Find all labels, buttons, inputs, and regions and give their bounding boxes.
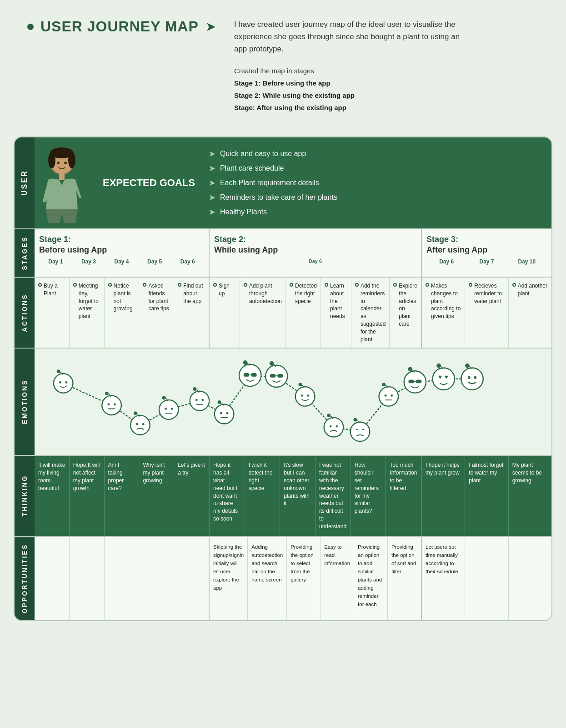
action-cell-s1-4: Asked friends for plant care tips — [139, 278, 174, 348]
stage2-subtitle: While using App — [214, 245, 416, 255]
thinking-cell-s2-4: I was not familiar with the necessary we… — [316, 456, 351, 536]
emotions-content: ♥ ♥ — [35, 349, 551, 455]
opportunities-content: Skipping the signup/signin initially wil… — [35, 537, 551, 620]
stage3-day-headers: Day 6 Day 7 Day 10 — [426, 258, 547, 265]
svg-point-25 — [190, 391, 210, 411]
action-text: Recieves reminder to water plant — [474, 282, 504, 305]
thinking-text: Why isn't my plant growing — [143, 461, 170, 484]
stage3-name: Stage 3: — [426, 235, 547, 244]
action-cell-s2-1: Sign up — [210, 278, 240, 348]
action-dot — [469, 283, 472, 287]
action-cell-s1-5: Find out about the app — [174, 278, 209, 348]
svg-point-50 — [327, 414, 331, 418]
stage1-day1: Day 1 — [39, 258, 72, 265]
svg-rect-63 — [416, 380, 422, 384]
svg-point-71 — [468, 376, 471, 379]
opp-stage3: Let users put time manually according to… — [422, 537, 551, 620]
goal-4: ➤Reminders to take care of her plants — [209, 192, 337, 202]
thinking-text: It's slow but I can scan other unknown p… — [284, 461, 311, 507]
stage3-label: Stage: After using the existing app — [234, 104, 346, 111]
action-item: Find out about the app — [178, 282, 205, 305]
svg-point-30 — [215, 404, 234, 424]
goal-1: ➤Quick and easy to use app — [209, 149, 337, 159]
action-text: Sign up — [219, 282, 236, 298]
opp-text: Skipping the signup/signin initially wil… — [213, 544, 244, 591]
emotions-label: EMOTIONS — [15, 349, 35, 455]
goals-title: EXPECTED GOALS — [103, 177, 195, 189]
thinking-cell-s3-3: My plant seems to be growing — [509, 456, 551, 536]
svg-point-8 — [57, 370, 60, 374]
svg-point-54 — [353, 418, 357, 422]
svg-point-19 — [142, 423, 145, 425]
thinking-stage2: Hope it has all what I need but I dont w… — [210, 456, 422, 536]
opp-cell-s2-5: Providing an option to add similiar plan… — [354, 537, 388, 620]
actions-content: Buy a Plant Meeting day, forgot to water… — [35, 278, 551, 348]
action-text: Meeting day, forgot to water plant — [79, 282, 100, 320]
action-dot — [213, 283, 217, 287]
thinking-text: Let's give it a try — [178, 461, 205, 477]
action-cell-s2-4: Learn about the plant needs — [321, 278, 351, 348]
opp-cell-s3-3 — [509, 537, 551, 620]
svg-point-41 — [270, 361, 274, 366]
action-dot — [143, 283, 146, 287]
goal-3: ➤Each Plant requirement details — [209, 178, 337, 188]
opp-text: Providing the option of sort and filter — [391, 544, 416, 574]
opp-cell-s2-4: Easy to read information — [321, 537, 354, 620]
thinking-cell-s3-2: I almost forgot to water my plant — [465, 456, 508, 536]
opp-stage1 — [35, 537, 210, 620]
opp-cell-s2-2: Adding autodetection and search bar on t… — [248, 537, 287, 620]
action-dot — [244, 283, 247, 287]
stage1-name: Stage 1: — [39, 235, 204, 244]
svg-point-12 — [105, 392, 109, 395]
svg-point-52 — [336, 425, 338, 428]
thinking-text: It will make my living room beautiful — [38, 461, 65, 492]
svg-point-5 — [64, 162, 67, 164]
svg-point-72 — [474, 376, 476, 379]
stage1-label: Stage 1: Before using the app — [234, 79, 331, 87]
svg-point-21 — [162, 396, 166, 400]
action-text: Makes changes to plant according to give… — [431, 282, 461, 320]
thinking-cell-s1-2: Hope,It will not affect my plant growth — [70, 456, 105, 536]
user-row: USER — [15, 137, 551, 228]
header-description-block: I have created user journey map of the i… — [234, 18, 461, 114]
action-text: Add the reminders to calender as suggest… — [361, 282, 386, 343]
emotions-svg: ♥ ♥ — [39, 355, 547, 446]
svg-point-16 — [130, 415, 150, 435]
action-text: Add plant through autodetection — [249, 282, 282, 305]
svg-point-32 — [220, 412, 222, 415]
stage1-day6: Day 6 — [171, 258, 204, 265]
svg-point-13 — [107, 404, 110, 406]
goal-arrow-4: ➤ — [209, 192, 215, 202]
svg-point-69 — [461, 368, 483, 390]
svg-rect-42 — [270, 374, 276, 378]
action-item: Detected the right specie — [290, 282, 317, 305]
svg-point-40 — [265, 365, 287, 387]
thinking-cell-s1-1: It will make my living room beautiful — [35, 456, 70, 536]
goal-arrow-2: ➤ — [209, 163, 215, 173]
svg-point-70 — [465, 364, 470, 368]
svg-point-3 — [68, 152, 75, 168]
svg-point-31 — [218, 401, 221, 404]
stage2-label: Stage 2: While using the existing app — [234, 91, 355, 99]
stage1-day5: Day 5 — [138, 258, 171, 265]
svg-rect-6 — [59, 173, 65, 180]
thinking-cell-s2-1: Hope it has all what I need but I dont w… — [210, 456, 245, 536]
thinking-text: How should I set reminders for my simila… — [355, 461, 382, 515]
svg-rect-62 — [408, 380, 414, 384]
action-text: Notice plant is not growing — [114, 282, 135, 313]
thinking-text: Hope it has all what I need but I dont w… — [213, 461, 241, 522]
emotions-row: EMOTIONS — [15, 348, 551, 455]
action-dot — [355, 283, 359, 287]
thinking-row: THINKING It will make my living room bea… — [15, 455, 551, 536]
svg-point-11 — [102, 396, 121, 415]
opp-text: Providing the option to select from the … — [291, 544, 314, 582]
stages-row: STAGES Stage 1: Before using App Day 1 D… — [15, 228, 551, 277]
stage3-block: Stage 3: After using App Day 6 Day 7 Day… — [422, 229, 551, 277]
action-dot — [393, 283, 397, 287]
svg-point-10 — [65, 381, 68, 384]
thinking-text: I almost forgot to water my plant — [469, 461, 504, 484]
opp-cell-s1-2 — [70, 537, 105, 620]
stages-intro: Created the map in stages — [234, 65, 461, 77]
stage3-day7: Day 7 — [466, 258, 506, 265]
stage1-actions: Buy a Plant Meeting day, forgot to water… — [35, 278, 210, 348]
